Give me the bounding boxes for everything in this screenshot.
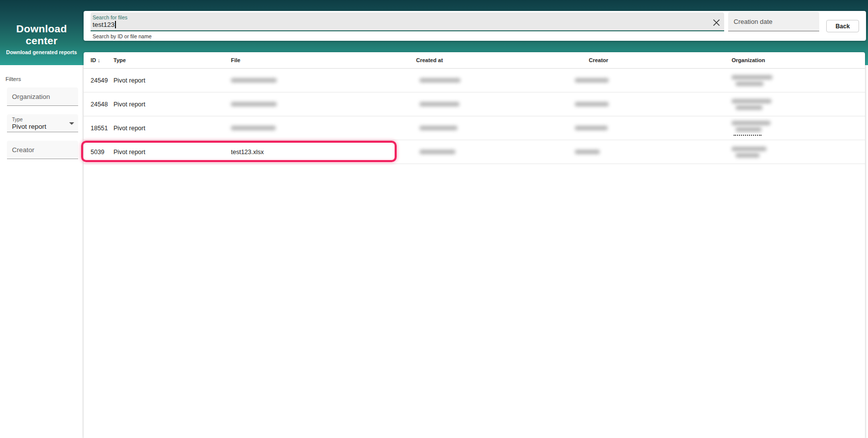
cell-file xyxy=(231,78,416,83)
redacted-text xyxy=(736,153,760,158)
redacted-text xyxy=(732,147,766,151)
table-header-row: ID↓ Type File Created at Creator Organiz… xyxy=(84,52,865,69)
cell-file xyxy=(231,102,416,106)
cell-type: Pivot report xyxy=(113,149,231,156)
column-header-type[interactable]: Type xyxy=(113,57,231,63)
column-header-id[interactable]: ID↓ xyxy=(91,57,113,63)
search-input-value: test123 xyxy=(93,21,116,28)
cell-id: 24548 xyxy=(91,101,113,108)
table-row-24548[interactable]: 24548 Pivot report xyxy=(84,92,865,116)
close-icon xyxy=(713,19,720,26)
column-header-created-at[interactable]: Created at xyxy=(416,57,589,63)
redacted-text xyxy=(420,150,455,154)
creator-filter-placeholder: Creator xyxy=(12,146,34,154)
redacted-text xyxy=(575,150,600,154)
redacted-text xyxy=(732,99,771,103)
sort-desc-icon: ↓ xyxy=(98,57,101,63)
creation-date-placeholder: Creation date xyxy=(734,18,772,25)
cell-file xyxy=(231,126,416,130)
redacted-text xyxy=(231,78,277,83)
search-toolbar-card: Search for files test123 Search by ID or… xyxy=(84,11,866,41)
type-filter-select[interactable]: Type Pivot report xyxy=(7,114,78,132)
redacted-text xyxy=(736,82,763,86)
clear-search-button[interactable] xyxy=(709,15,723,29)
cell-file: test123.xlsx xyxy=(231,149,416,156)
redacted-text xyxy=(420,78,460,83)
redacted-text xyxy=(736,105,762,110)
table-row-18551[interactable]: 18551 Pivot report xyxy=(84,116,865,140)
cell-id: 5039 xyxy=(91,149,113,156)
cell-id: 24549 xyxy=(91,77,113,84)
cell-organization xyxy=(732,99,865,110)
search-input-label: Search for files xyxy=(93,14,127,20)
table-row-24549[interactable]: 24549 Pivot report xyxy=(84,69,865,92)
column-header-creator[interactable]: Creator xyxy=(589,57,732,63)
organization-filter-placeholder: Organization xyxy=(12,93,50,100)
redacted-text xyxy=(420,126,457,130)
table-row-5039[interactable]: 5039 Pivot report test123.xlsx xyxy=(84,140,865,164)
download-center-page: Download center Download generated repor… xyxy=(0,0,868,438)
redacted-text xyxy=(732,121,770,125)
app-subtitle: Download generated reports xyxy=(0,49,83,55)
redacted-text xyxy=(732,75,772,80)
reports-table-card: ID↓ Type File Created at Creator Organiz… xyxy=(84,52,865,438)
sidebar: Download center Download generated repor… xyxy=(0,0,83,438)
table-body: 24549 Pivot report 24548 Pivot report 18… xyxy=(84,69,865,164)
cell-organization xyxy=(732,75,865,86)
creation-date-input[interactable]: Creation date xyxy=(728,12,819,31)
redacted-text xyxy=(420,102,459,106)
cell-created-at xyxy=(416,102,589,106)
redacted-text xyxy=(575,78,609,83)
cell-type: Pivot report xyxy=(113,101,231,108)
cell-created-at xyxy=(416,150,589,154)
text-cursor xyxy=(115,21,116,28)
column-header-file[interactable]: File xyxy=(231,57,416,63)
organization-filter-input[interactable]: Organization xyxy=(7,88,78,106)
redacted-text xyxy=(575,126,608,130)
filters-heading: Filters xyxy=(5,76,21,82)
cell-creator xyxy=(589,126,732,130)
column-header-organization[interactable]: Organization xyxy=(732,57,865,63)
back-button[interactable]: Back xyxy=(826,20,859,32)
cell-type: Pivot report xyxy=(113,125,231,132)
cell-creator xyxy=(589,78,732,83)
redacted-text xyxy=(736,127,761,132)
cell-creator xyxy=(589,150,732,154)
type-filter-label: Type xyxy=(12,117,23,122)
type-filter-value: Pivot report xyxy=(12,123,46,130)
cell-id: 18551 xyxy=(91,125,113,132)
redacted-text xyxy=(231,126,276,130)
chevron-down-icon xyxy=(69,122,74,125)
redacted-text xyxy=(575,102,609,106)
search-helper-text: Search by ID or file name xyxy=(93,33,151,39)
sidebar-filters-panel: Filters Organization Type Pivot report C… xyxy=(0,65,83,438)
cell-created-at xyxy=(416,126,589,130)
cell-type: Pivot report xyxy=(113,77,231,84)
cell-organization xyxy=(732,147,865,158)
cell-created-at xyxy=(416,78,589,83)
search-input[interactable]: Search for files test123 xyxy=(91,12,724,31)
truncation-dots xyxy=(734,134,761,136)
creator-filter-input[interactable]: Creator xyxy=(7,141,78,159)
app-title: Download center xyxy=(0,23,83,47)
cell-organization xyxy=(732,121,865,136)
redacted-text xyxy=(231,102,277,106)
cell-creator xyxy=(589,102,732,106)
sidebar-brand: Download center Download generated repor… xyxy=(0,0,83,65)
